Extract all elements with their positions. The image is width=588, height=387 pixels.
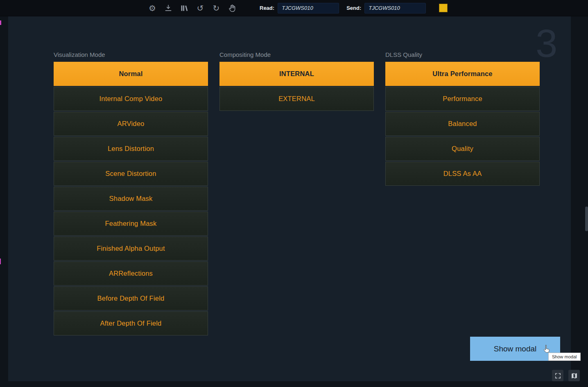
edge-artifact	[0, 259, 1, 264]
option-scene-distortion[interactable]: Scene Distortion	[54, 162, 208, 186]
map-button[interactable]	[568, 370, 580, 381]
group-compositing-mode: Compositing Mode INTERNALEXTERNAL	[219, 51, 374, 112]
option-normal[interactable]: Normal	[54, 62, 208, 86]
send-label: Send:	[346, 5, 361, 11]
option-ultra-performance[interactable]: Ultra Performance	[385, 62, 540, 86]
read-label: Read:	[260, 5, 274, 11]
option-arreflections[interactable]: ARReflections	[54, 261, 208, 286]
option-shadow-mask[interactable]: Shadow Mask	[54, 187, 208, 211]
option-external[interactable]: EXTERNAL	[219, 87, 374, 111]
dlss-quality-options: Ultra PerformancePerformanceBalancedQual…	[385, 62, 540, 186]
option-performance[interactable]: Performance	[385, 87, 540, 111]
toolbar: ⚙ ↺ ↻ Read: Send:	[0, 0, 588, 16]
show-modal-button[interactable]: Show modal	[470, 337, 560, 361]
option-internal-comp-video[interactable]: Internal Comp Video	[54, 87, 208, 111]
group-visualization-mode: Visualization Mode NormalInternal Comp V…	[54, 51, 208, 336]
option-before-depth-of-field[interactable]: Before Depth Of Field	[54, 286, 208, 310]
show-modal-tooltip: Show modal	[548, 353, 581, 361]
scrollbar-thumb[interactable]	[585, 207, 588, 231]
read-input[interactable]	[278, 3, 339, 14]
option-lens-distortion[interactable]: Lens Distortion	[54, 137, 208, 161]
send-input[interactable]	[364, 3, 426, 14]
fullscreen-icon	[554, 372, 561, 379]
visualization-mode-options: NormalInternal Comp VideoARVideoLens Dis…	[54, 62, 208, 335]
option-finished-alpha-output[interactable]: Finished Alpha Output	[54, 236, 208, 261]
pan-hand-icon[interactable]	[227, 3, 237, 13]
download-icon[interactable]	[163, 3, 173, 13]
option-internal[interactable]: INTERNAL	[219, 62, 374, 86]
option-after-depth-of-field[interactable]: After Depth Of Field	[54, 311, 208, 335]
group-label-visualization-mode: Visualization Mode	[54, 51, 208, 59]
group-label-dlss-quality: DLSS Quality	[385, 51, 540, 59]
edge-artifact	[0, 20, 1, 25]
library-icon[interactable]	[179, 3, 189, 13]
option-arvideo[interactable]: ARVideo	[54, 112, 208, 136]
option-quality[interactable]: Quality	[385, 137, 540, 161]
history-icon[interactable]: ↺	[195, 3, 205, 13]
main-panel: 3 Visualization Mode NormalInternal Comp…	[8, 16, 571, 381]
fullscreen-button[interactable]	[552, 370, 563, 381]
settings-icon[interactable]: ⚙	[147, 3, 157, 13]
refresh-icon[interactable]: ↻	[211, 3, 221, 13]
toolbar-tools: ⚙ ↺ ↻ Read: Send:	[0, 3, 448, 14]
group-label-compositing-mode: Compositing Mode	[219, 51, 374, 59]
map-icon	[571, 372, 578, 379]
option-balanced[interactable]: Balanced	[385, 112, 540, 136]
compositing-mode-options: INTERNALEXTERNAL	[219, 62, 374, 111]
status-indicator	[439, 4, 448, 12]
option-feathering-mask[interactable]: Feathering Mask	[54, 212, 208, 236]
group-dlss-quality: DLSS Quality Ultra PerformancePerformanc…	[385, 51, 540, 187]
option-dlss-as-aa[interactable]: DLSS As AA	[385, 162, 540, 186]
